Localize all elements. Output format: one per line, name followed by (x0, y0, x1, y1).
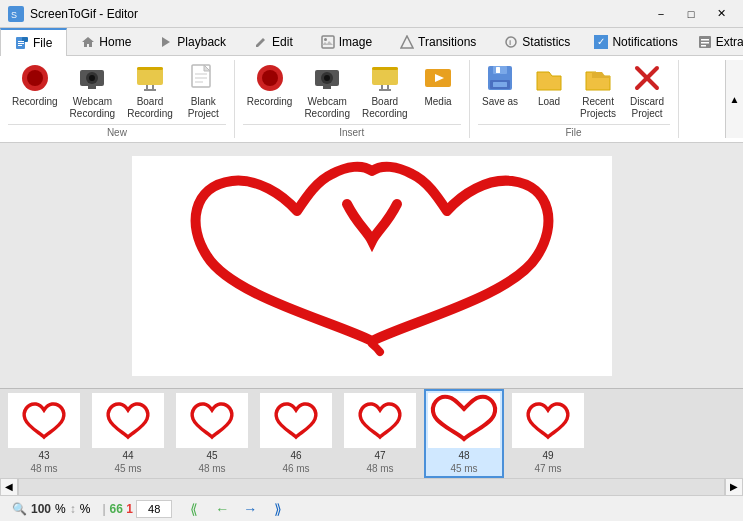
discard-project-button[interactable]: DiscardProject (625, 60, 670, 122)
nav-last-button[interactable]: ⟫ (264, 498, 292, 520)
recent-projects-label: RecentProjects (580, 96, 616, 120)
insert-recording-label: Recording (247, 96, 293, 108)
discard-project-label: DiscardProject (630, 96, 664, 120)
status-separator: | (102, 502, 105, 516)
svg-text:i: i (509, 38, 511, 47)
ribbon-tabs: File Home Playback Edit Image Transition… (0, 28, 743, 56)
notifications-toggle[interactable]: ✓ Notifications (584, 28, 687, 55)
zoom-icon: 🔍 (12, 502, 27, 516)
blank-project-label: BlankProject (188, 96, 219, 120)
media-button[interactable]: Media (416, 60, 461, 110)
tab-file[interactable]: File (0, 28, 67, 56)
scroll-left-button[interactable]: ◀ (0, 478, 18, 496)
filmstrip-scrollbar[interactable] (18, 478, 725, 496)
notifications-label: Notifications (612, 35, 677, 49)
nav-prev-button[interactable]: ← (208, 498, 236, 520)
frame-44[interactable]: 44 45 ms (88, 391, 168, 476)
frame-45[interactable]: 45 48 ms (172, 391, 252, 476)
svg-rect-5 (18, 43, 24, 44)
zoom-percent-icon: % (80, 502, 91, 516)
file-tab-icon (15, 36, 29, 50)
tab-transitions-label: Transitions (418, 35, 476, 49)
svg-point-36 (324, 75, 330, 81)
insert-webcam-label: WebcamRecording (304, 96, 350, 120)
insert-recording-button[interactable]: Recording (243, 60, 297, 110)
frame-48-num: 48 (458, 450, 469, 461)
insert-webcam-button[interactable]: WebcamRecording (300, 60, 354, 122)
frame-49-time: 47 ms (534, 463, 561, 474)
board-recording-button[interactable]: BoardRecording (123, 60, 177, 122)
webcam-recording-button[interactable]: WebcamRecording (66, 60, 120, 122)
board-icon (134, 62, 166, 94)
svg-rect-47 (496, 67, 500, 73)
save-as-button[interactable]: Save as (478, 60, 523, 110)
notifications-checkbox: ✓ (594, 35, 608, 49)
close-button[interactable]: ✕ (707, 4, 735, 24)
frame-48-time: 45 ms (450, 463, 477, 474)
frame-47-time: 48 ms (366, 463, 393, 474)
frame-43-img (8, 393, 80, 448)
frame-46-time: 46 ms (282, 463, 309, 474)
ribbon-right-tabs: ✓ Notifications Extras (584, 28, 743, 55)
collapse-icon: ▲ (730, 94, 740, 105)
ribbon-group-new: Recording WebcamRecording BoardRecording… (0, 60, 235, 138)
load-button[interactable]: Load (527, 60, 572, 110)
nav-next-button[interactable]: → (236, 498, 264, 520)
tab-statistics[interactable]: i Statistics (490, 28, 584, 55)
extras-tab[interactable]: Extras (688, 28, 743, 55)
frame-47[interactable]: 47 48 ms (340, 391, 420, 476)
title-bar: S ScreenToGif - Editor − □ ✕ (0, 0, 743, 28)
frame-44-num: 44 (122, 450, 133, 461)
canvas-area (0, 143, 743, 388)
ribbon-collapse-button[interactable]: ▲ (725, 60, 743, 138)
frame-43[interactable]: 43 48 ms (4, 391, 84, 476)
extras-icon (698, 35, 712, 49)
insert-board-icon (369, 62, 401, 94)
load-label: Load (538, 96, 560, 108)
frame-46[interactable]: 46 46 ms (256, 391, 336, 476)
tab-image[interactable]: Image (307, 28, 386, 55)
svg-point-9 (324, 38, 327, 41)
new-group-label: New (8, 124, 226, 138)
svg-rect-8 (322, 36, 334, 48)
tab-playback[interactable]: Playback (145, 28, 240, 55)
svg-point-33 (262, 70, 278, 86)
window-controls: − □ ✕ (647, 4, 735, 24)
blank-project-button[interactable]: BlankProject (181, 60, 226, 122)
recording-button[interactable]: Recording (8, 60, 62, 110)
frame-45-time: 48 ms (198, 463, 225, 474)
frame-48-img (428, 393, 500, 448)
frame-49[interactable]: 49 47 ms (508, 391, 588, 476)
recent-projects-button[interactable]: RecentProjects (576, 60, 621, 122)
maximize-button[interactable]: □ (677, 4, 705, 24)
tab-home-label: Home (99, 35, 131, 49)
tab-image-label: Image (339, 35, 372, 49)
frame-total-input[interactable] (136, 500, 172, 518)
frame-44-img (92, 393, 164, 448)
app-icon: S (8, 6, 24, 22)
media-icon (422, 62, 454, 94)
minimize-button[interactable]: − (647, 4, 675, 24)
tab-file-label: File (33, 36, 52, 50)
insert-group-label: Insert (243, 124, 461, 138)
discard-icon (631, 62, 663, 94)
ribbon-insert-items: Recording WebcamRecording BoardRecording… (243, 60, 461, 122)
tab-edit[interactable]: Edit (240, 28, 307, 55)
canvas-frame (132, 156, 612, 376)
ribbon-group-insert: Recording WebcamRecording BoardRecording… (235, 60, 470, 138)
zoom-divider: ↕ (70, 502, 76, 516)
app-title: ScreenToGif - Editor (30, 7, 138, 21)
insert-board-button[interactable]: BoardRecording (358, 60, 412, 122)
tab-transitions[interactable]: Transitions (386, 28, 490, 55)
tab-home[interactable]: Home (67, 28, 145, 55)
frame-45-num: 45 (206, 450, 217, 461)
board-recording-label: BoardRecording (127, 96, 173, 120)
insert-webcam-icon (311, 62, 343, 94)
svg-rect-39 (372, 67, 398, 70)
scroll-right-button[interactable]: ▶ (725, 478, 743, 496)
filmstrip-scrollbar-row: ◀ ▶ (0, 478, 743, 494)
frame-48[interactable]: 48 45 ms (424, 389, 504, 478)
ribbon-file-items: Save as Load RecentProjects DiscardProje… (478, 60, 670, 122)
zoom-suffix: % (55, 502, 66, 516)
nav-first-button[interactable]: ⟪ (180, 498, 208, 520)
